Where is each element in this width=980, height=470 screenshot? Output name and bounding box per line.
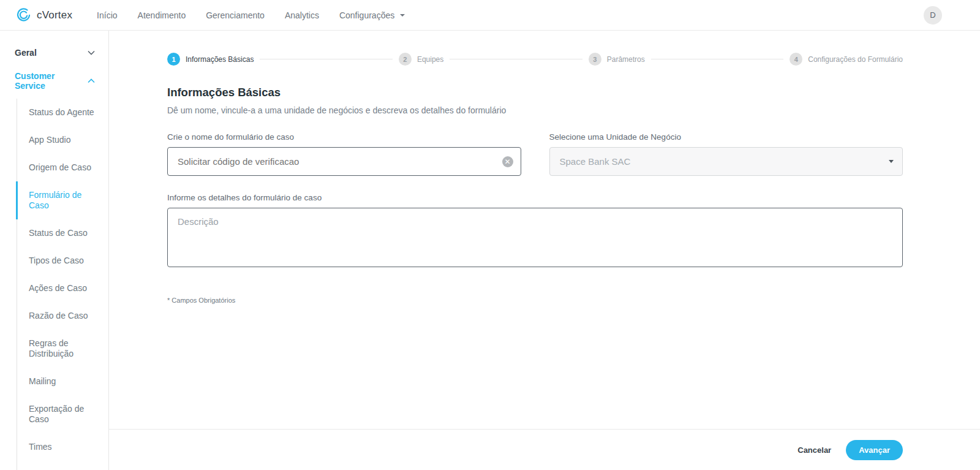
- cvortex-logo-icon: [15, 7, 32, 23]
- step-label: Parâmetros: [607, 55, 645, 64]
- stepper-step-informacoes-basicas[interactable]: 1 Informações Básicas: [167, 53, 254, 66]
- sidebar-section-geral[interactable]: Geral: [0, 39, 108, 67]
- case-form-name-label: Crie o nome do formulário de caso: [167, 132, 521, 142]
- sidebar-item-razao-de-caso[interactable]: Razão de Caso: [17, 302, 108, 330]
- sidebar-item-status-de-caso[interactable]: Status de Caso: [17, 219, 108, 247]
- nav-item-gerenciamento[interactable]: Gerenciamento: [206, 10, 265, 20]
- nav-links: Início Atendimento Gerenciamento Analyti…: [97, 10, 425, 20]
- business-unit-label: Selecione uma Unidade de Negócio: [549, 132, 903, 142]
- clear-input-icon[interactable]: ✕: [502, 156, 513, 167]
- page-subtitle: Dê um nome, vincule-a a uma unidade de n…: [167, 105, 903, 115]
- chevron-down-icon: [88, 50, 95, 55]
- nav-item-analytics[interactable]: Analytics: [285, 10, 319, 20]
- sidebar-section-customer-service[interactable]: Customer Service: [0, 67, 108, 95]
- required-fields-note: * Campos Obrigatórios: [167, 297, 903, 304]
- sidebar-item-filas[interactable]: Filas: [17, 461, 108, 470]
- nav-item-atendimento[interactable]: Atendimento: [138, 10, 186, 20]
- user-avatar[interactable]: D: [924, 6, 942, 25]
- sidebar-item-acoes-de-caso[interactable]: Ações de Caso: [17, 275, 108, 302]
- step-label: Informações Básicas: [186, 55, 254, 64]
- sidebar-item-app-studio[interactable]: App Studio: [17, 126, 108, 154]
- business-unit-select[interactable]: Space Bank SAC: [549, 147, 903, 176]
- top-navbar: cVortex Início Atendimento Gerenciamento…: [0, 0, 980, 31]
- sidebar-item-tipos-de-caso[interactable]: Tipos de Caso: [17, 247, 108, 275]
- wizard-stepper: 1 Informações Básicas 2 Equipes 3 Parâme…: [167, 53, 903, 66]
- sidebar-item-times[interactable]: Times: [17, 433, 108, 461]
- sidebar-section-customer-service-label: Customer Service: [15, 71, 88, 91]
- details-label: Informe os detalhes do formulário de cas…: [167, 193, 903, 202]
- brand-name: cVortex: [37, 9, 72, 21]
- select-caret-icon: [889, 160, 894, 163]
- step-number: 2: [399, 53, 412, 66]
- main-content: 1 Informações Básicas 2 Equipes 3 Parâme…: [109, 31, 980, 470]
- next-button[interactable]: Avançar: [846, 440, 903, 460]
- step-connector: [651, 59, 783, 59]
- business-unit-selected-value: Space Bank SAC: [560, 156, 631, 167]
- caret-down-icon: [400, 14, 405, 17]
- brand[interactable]: cVortex: [15, 7, 72, 23]
- stepper-step-parametros[interactable]: 3 Parâmetros: [589, 53, 645, 66]
- stepper-step-configuracoes-do-formulario[interactable]: 4 Configurações do Formulário: [790, 53, 903, 66]
- cancel-button[interactable]: Cancelar: [797, 445, 831, 455]
- nav-item-configuracoes[interactable]: Configurações: [339, 10, 405, 20]
- sidebar-item-mailing[interactable]: Mailing: [17, 368, 108, 395]
- sidebar-item-regras-de-distribuicao[interactable]: Regras de Distribuição: [17, 330, 108, 368]
- page-title: Informações Básicas: [167, 86, 903, 99]
- nav-item-inicio[interactable]: Início: [97, 10, 117, 20]
- wizard-footer: Cancelar Avançar: [109, 429, 980, 470]
- step-number: 3: [589, 53, 601, 66]
- sidebar-submenu: Status do Agente App Studio Origem de Ca…: [17, 99, 108, 470]
- sidebar-item-status-do-agente[interactable]: Status do Agente: [17, 99, 108, 126]
- sidebar-section-geral-label: Geral: [15, 48, 37, 58]
- nav-item-configuracoes-label: Configurações: [339, 10, 394, 20]
- sidebar-item-exportacao-de-caso[interactable]: Exportação de Caso: [17, 395, 108, 433]
- step-number: 1: [167, 53, 180, 66]
- step-connector: [260, 59, 392, 59]
- sidebar: Geral Customer Service Status do Agente …: [0, 31, 109, 470]
- sidebar-item-formulario-de-caso[interactable]: Formulário de Caso: [17, 181, 108, 219]
- description-textarea[interactable]: [167, 208, 903, 267]
- step-number: 4: [790, 53, 802, 66]
- stepper-step-equipes[interactable]: 2 Equipes: [399, 53, 443, 66]
- chevron-up-icon: [88, 78, 95, 83]
- sidebar-item-origem-de-caso[interactable]: Origem de Caso: [17, 154, 108, 181]
- step-label: Configurações do Formulário: [808, 55, 903, 64]
- case-form-name-input[interactable]: [167, 147, 521, 176]
- step-connector: [450, 59, 582, 59]
- step-label: Equipes: [417, 55, 443, 64]
